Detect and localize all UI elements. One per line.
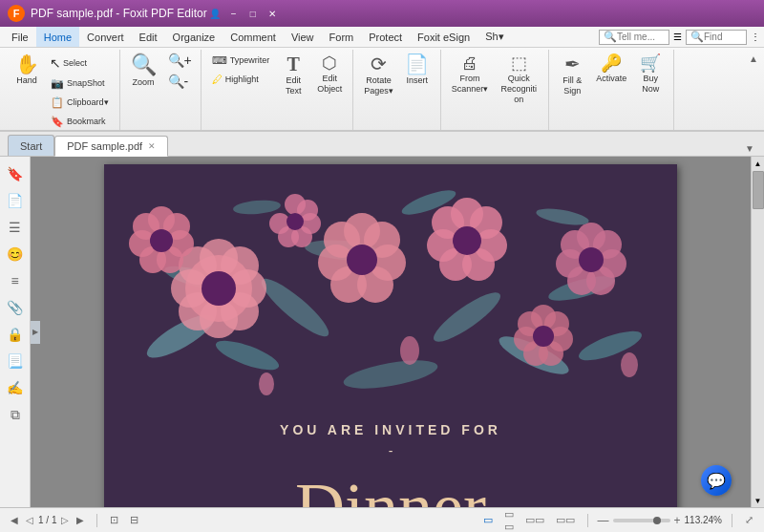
zoomout-button[interactable]: 🔍- (165, 73, 195, 90)
find-icon: 🔍 (690, 31, 704, 43)
profile-btn[interactable]: 👤 (207, 6, 223, 21)
zoomin-button[interactable]: 🔍+ (165, 52, 195, 69)
pdf-tab[interactable]: PDF sample.pdf ✕ (54, 136, 168, 157)
scrollbar-thumb[interactable] (753, 171, 764, 209)
tell-me-box[interactable]: 🔍 (599, 30, 669, 45)
zoom-bar: — + 113.24% (598, 514, 723, 527)
editobj-button[interactable]: ⬡ EditObject (312, 52, 347, 113)
scrollbar-down-button[interactable]: ▼ (752, 494, 764, 507)
pdf-dinner-text: Dinner (142, 468, 639, 507)
typewriter-button[interactable]: ⌨ Typewriter (207, 52, 275, 69)
start-tab-label: Start (20, 140, 42, 152)
last-page-button[interactable]: ▶ (74, 514, 87, 526)
ribbon-group-pages: ⟳ RotatePages▾ 📄 Insert (353, 50, 441, 130)
sidebar-doc-icon[interactable]: 📃 (4, 350, 27, 372)
main-area: 🔖 📄 ☰ 😊 ≡ 📎 🔒 📃 ✍ ⧉ ▶ (0, 157, 764, 507)
ribbon-group-hand: ✋ Hand ↖ Select 📷 SnapShot 📋 Clipboard▾ … (4, 50, 120, 130)
search-icon: 🔍 (604, 31, 617, 43)
menu-protect[interactable]: Protect (361, 27, 410, 47)
prev-page-button[interactable]: ◁ (23, 514, 36, 526)
sidebar-stack-icon[interactable]: ≡ (4, 269, 27, 292)
menu-comment[interactable]: Comment (223, 27, 284, 47)
menu-organize[interactable]: Organize (165, 27, 223, 47)
sidebar-lock-icon[interactable]: 🔒 (4, 323, 27, 346)
status-bar: ◀ ◁ 1 / 1 ▷ ▶ ⊡ ⊟ ▭ ▭▭ ▭▭ ▭▭ — + 113.24%… (0, 507, 764, 532)
menu-convert[interactable]: Convert (79, 27, 132, 47)
fit-page-button[interactable]: ⊡ (107, 513, 121, 527)
maximize-btn[interactable]: □ (245, 6, 261, 21)
sidebar-sign-icon[interactable]: ✍ (4, 376, 27, 399)
view-single-button[interactable]: ▭ (480, 513, 496, 527)
find-input[interactable] (704, 32, 742, 42)
scanner-button[interactable]: 🖨 FromScanner▾ (447, 52, 494, 113)
sidebar-attach-icon[interactable]: 📎 (4, 296, 27, 319)
hand-button[interactable]: ✋ Hand (10, 52, 44, 113)
scrollbar-track[interactable] (752, 170, 764, 494)
first-page-button[interactable]: ◀ (8, 514, 21, 526)
ribbon-group-scanner: 🖨 FromScanner▾ ⬚ QuickRecognition (441, 50, 550, 130)
sidebar-thumbnail-icon[interactable]: 📄 (4, 189, 27, 212)
ribbon-collapse-button[interactable]: ▲ (747, 52, 760, 66)
expand-button[interactable]: ⤢ (742, 513, 756, 527)
start-tab[interactable]: Start (8, 135, 54, 156)
insert-button[interactable]: 📄 Insert (400, 52, 435, 113)
sidebar-bookmark-icon[interactable]: 🔖 (4, 162, 27, 185)
rotate-pages-button[interactable]: ⟳ RotatePages▾ (359, 52, 398, 113)
status-sep-2 (587, 514, 588, 527)
svg-point-38 (579, 247, 604, 272)
menu-share[interactable]: Sh▾ (478, 27, 511, 47)
sidebar-comment-icon[interactable]: 😊 (4, 243, 27, 266)
recognition-button[interactable]: ⬚ QuickRecognition (495, 52, 542, 113)
title-bar-title: PDF sample.pdf - Foxit PDF Editor (31, 7, 207, 20)
ribbon-group-scanner-content: 🖨 FromScanner▾ ⬚ QuickRecognition (447, 52, 543, 128)
close-btn[interactable]: ✕ (265, 6, 280, 21)
svg-text:F: F (13, 8, 20, 19)
view-spread-button[interactable]: ▭▭ (553, 513, 578, 527)
zoom-minus-button[interactable]: — (598, 514, 609, 527)
zoom-button[interactable]: 🔍 Zoom (126, 52, 161, 113)
fillsign-button[interactable]: ✒ Fill &Sign (555, 52, 589, 113)
fit-width-button[interactable]: ⊟ (127, 513, 141, 527)
menu-file[interactable]: File (4, 27, 36, 47)
highlight-button[interactable]: 🖊 Highlight (207, 71, 275, 88)
tell-me-input[interactable] (617, 32, 665, 42)
tab-scroll-down[interactable]: ▼ (743, 141, 756, 156)
buynow-button[interactable]: 🛒 BuyNow (633, 52, 668, 113)
zoom-slider[interactable] (613, 519, 670, 522)
status-sep-1 (96, 514, 97, 527)
menu-view[interactable]: View (284, 27, 322, 47)
recognition-label: QuickRecognition (499, 74, 538, 104)
minimize-btn[interactable]: − (226, 6, 242, 21)
assist-button[interactable]: 💬 (701, 465, 732, 496)
more-menu-icon[interactable]: ⋮ (751, 32, 760, 42)
view-continuous-button[interactable]: ▭▭ (501, 507, 517, 533)
menu-home[interactable]: Home (36, 27, 79, 47)
activate-icon: 🔑 (601, 54, 622, 72)
view-double-button[interactable]: ▭▭ (522, 513, 547, 527)
scrollbar-up-button[interactable]: ▲ (752, 157, 764, 170)
clipboard-button[interactable]: 📋 Clipboard▾ (46, 94, 114, 111)
next-page-button[interactable]: ▷ (58, 514, 72, 526)
menu-foxiteSign[interactable]: Foxit eSign (410, 27, 478, 47)
menu-edit[interactable]: Edit (132, 27, 165, 47)
sidebar-collapse-arrow[interactable]: ▶ (31, 321, 40, 344)
find-box[interactable]: 🔍 (686, 30, 747, 45)
clipboard-label: Clipboard▾ (67, 97, 109, 107)
bookmark-ribbon-icon: 🔖 (51, 116, 64, 128)
bookmark-ribbon-button[interactable]: 🔖 Bookmark (46, 113, 114, 130)
zoom-plus-button[interactable]: + (674, 514, 681, 527)
highlight-label: Highlight (225, 74, 259, 84)
typewriter-icon: ⌨ (212, 54, 227, 67)
zoom-slider-thumb[interactable] (653, 517, 661, 524)
menu-form[interactable]: Form (322, 27, 362, 47)
activate-button[interactable]: 🔑 Activate (591, 52, 631, 113)
editobj-icon: ⬡ (322, 54, 337, 72)
pdf-tab-close[interactable]: ✕ (148, 141, 156, 151)
snapshot-button[interactable]: 📷 SnapShot (46, 74, 114, 92)
edittext-button[interactable]: T EditText (276, 52, 310, 113)
app-icon: F (8, 5, 25, 22)
sidebar-copy-icon[interactable]: ⧉ (4, 403, 27, 426)
sidebar-layers-icon[interactable]: ☰ (4, 216, 27, 239)
select-button[interactable]: ↖ Select (46, 53, 114, 73)
insert-icon: 📄 (405, 54, 429, 74)
